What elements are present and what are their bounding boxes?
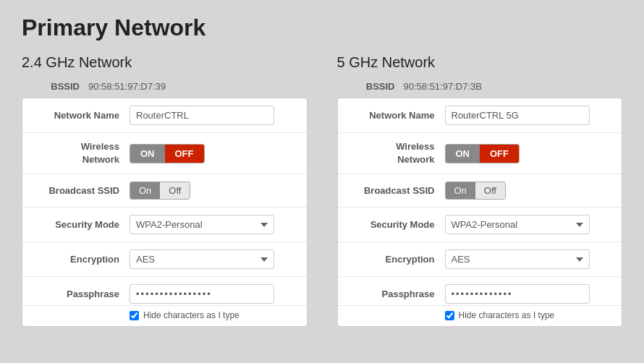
bssid-24-value: 90:58:51:97:D7:39 [88, 81, 166, 92]
wireless-24-off-btn[interactable]: OFF [165, 145, 204, 163]
network-name-24-input[interactable] [130, 106, 274, 125]
network-24-card: Network Name WirelessNetwork ON OFF Broa… [22, 98, 308, 327]
security-5-row: Security Mode WPA2-Personal [338, 208, 622, 242]
hide-chars-5-row: Hide characters as I type [338, 306, 622, 326]
hide-chars-24-row: Hide characters as I type [22, 306, 307, 326]
security-5-select[interactable]: WPA2-Personal [445, 215, 590, 234]
section-divider [322, 54, 323, 327]
broadcast-24-off-btn[interactable]: Off [160, 182, 190, 199]
broadcast-5-off-btn[interactable]: Off [475, 182, 505, 199]
passphrase-24-input[interactable] [130, 284, 274, 304]
broadcast-5-on-btn[interactable]: On [446, 182, 475, 199]
networks-container: 2.4 GHz Network BSSID 90:58:51:97:D7:39 … [22, 54, 622, 327]
encryption-24-select[interactable]: AES [130, 249, 274, 269]
wireless-5-toggle: ON OFF [445, 144, 520, 163]
bssid-5-row: BSSID 90:58:51:97:D7:3B [337, 81, 623, 92]
passphrase-5-label: Passphrase [348, 289, 435, 299]
security-5-label: Security Mode [348, 219, 435, 230]
network-24-heading: 2.4 GHz Network [22, 54, 308, 71]
wireless-5-off-btn[interactable]: OFF [480, 145, 519, 163]
network-name-5-row: Network Name [338, 98, 622, 133]
security-24-label: Security Mode [33, 219, 119, 230]
wireless-5-on-btn[interactable]: ON [446, 145, 480, 163]
network-name-5-input[interactable] [445, 106, 590, 125]
bssid-24-label: BSSID [29, 81, 80, 92]
security-24-row: Security Mode WPA2-Personal [22, 208, 307, 242]
network-24-section: 2.4 GHz Network BSSID 90:58:51:97:D7:39 … [22, 54, 308, 327]
wireless-5-row: WirelessNetwork ON OFF [338, 133, 622, 174]
hide-chars-5-checkbox[interactable] [445, 311, 454, 320]
wireless-24-row: WirelessNetwork ON OFF [22, 133, 307, 174]
broadcast-24-row: Broadcast SSID On Off [22, 174, 307, 208]
network-5-heading: 5 GHz Network [337, 54, 623, 71]
wireless-24-label: WirelessNetwork [33, 140, 119, 166]
passphrase-5-input[interactable] [445, 284, 590, 304]
encryption-24-label: Encryption [33, 254, 119, 265]
bssid-5-label: BSSID [344, 81, 395, 92]
network-5-card: Network Name WirelessNetwork ON OFF Broa… [337, 98, 623, 327]
network-5-section: 5 GHz Network BSSID 90:58:51:97:D7:3B Ne… [337, 54, 623, 327]
wireless-5-label: WirelessNetwork [348, 140, 435, 166]
passphrase-24-label: Passphrase [33, 289, 119, 299]
passphrase-5-row: Passphrase [338, 277, 622, 306]
broadcast-5-label: Broadcast SSID [348, 185, 435, 196]
broadcast-24-toggle: On Off [130, 182, 190, 200]
wireless-24-on-btn[interactable]: ON [130, 145, 165, 163]
broadcast-5-toggle: On Off [445, 182, 506, 200]
network-name-5-label: Network Name [348, 110, 435, 121]
network-name-24-label: Network Name [33, 110, 119, 121]
hide-chars-5-label: Hide characters as I type [459, 310, 555, 320]
encryption-5-row: Encryption AES [338, 242, 622, 277]
bssid-5-value: 90:58:51:97:D7:3B [404, 81, 482, 92]
broadcast-24-label: Broadcast SSID [33, 185, 119, 196]
page-title: Primary Network [22, 14, 622, 41]
broadcast-24-on-btn[interactable]: On [130, 182, 160, 199]
encryption-5-select[interactable]: AES [445, 249, 590, 269]
encryption-24-row: Encryption AES [22, 242, 307, 277]
network-name-24-row: Network Name [22, 98, 307, 133]
hide-chars-24-label: Hide characters as I type [143, 310, 240, 320]
hide-chars-24-checkbox[interactable] [130, 311, 139, 320]
security-24-select[interactable]: WPA2-Personal [130, 215, 274, 234]
wireless-24-toggle: ON OFF [130, 144, 205, 163]
bssid-24-row: BSSID 90:58:51:97:D7:39 [22, 81, 308, 92]
encryption-5-label: Encryption [348, 254, 435, 265]
broadcast-5-row: Broadcast SSID On Off [338, 174, 622, 208]
passphrase-24-row: Passphrase [22, 277, 307, 306]
